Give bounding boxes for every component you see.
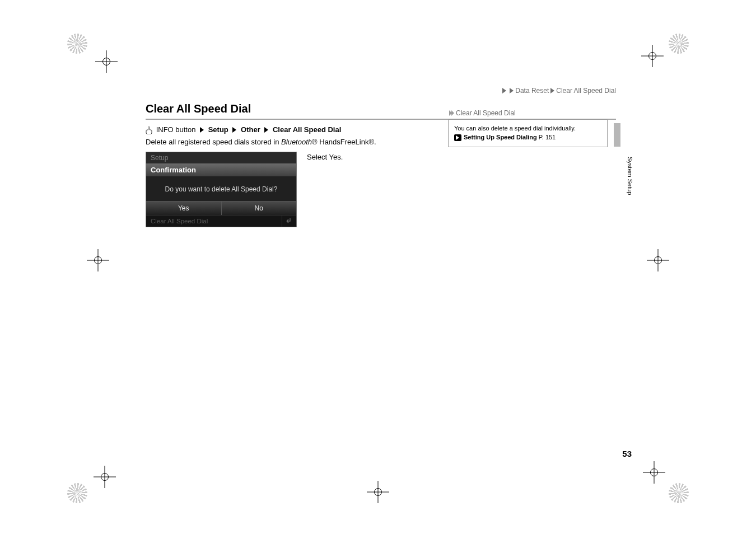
note-ref: Setting Up Speed Dialing P. 151 — [454, 133, 601, 142]
page-content: Data ResetClear All Speed Dial Clear All… — [146, 87, 616, 227]
triangle-icon — [510, 88, 514, 93]
path-button: INFO button — [156, 125, 196, 134]
reg-mark — [669, 34, 689, 54]
breadcrumb-seg1: Data Reset — [515, 87, 549, 95]
reg-mark — [67, 34, 87, 54]
breadcrumb-seg2: Clear All Speed Dial — [556, 87, 616, 95]
note-header-text: Clear All Speed Dial — [456, 109, 516, 117]
hand-icon — [146, 127, 152, 134]
screenshot-titlebar: Setup — [146, 152, 296, 163]
reg-mark — [641, 45, 664, 67]
screenshot-no-button: No — [222, 202, 297, 215]
vertical-section-label: System Setup — [627, 157, 633, 195]
note-line1: You can also delete a speed dial individ… — [454, 124, 601, 133]
reg-mark — [647, 249, 669, 271]
page-number: 53 — [622, 449, 632, 458]
device-screenshot: Setup Confirmation Do you want to delete… — [146, 152, 297, 227]
return-icon — [282, 216, 296, 227]
note-ref-page: P. 151 — [537, 134, 556, 140]
desc-reg1: ® — [312, 138, 318, 146]
step-prefix: Select — [307, 153, 329, 161]
screenshot-yes-button: Yes — [146, 202, 222, 215]
triangle-icon — [502, 88, 506, 93]
reg-mark — [67, 483, 87, 503]
reference-arrow-icon — [454, 134, 461, 141]
desc-bluetooth: Bluetooth — [281, 138, 312, 146]
reg-mark — [669, 483, 689, 503]
screenshot-question: Do you want to delete All Speed Dial? — [146, 176, 296, 201]
margin-tab — [614, 123, 620, 147]
desc-reg2: ® — [368, 138, 374, 146]
reg-mark — [87, 249, 109, 271]
path-step2: Other — [241, 125, 260, 134]
step-value: Yes — [329, 153, 341, 161]
reg-mark — [367, 481, 389, 503]
note-body: You can also delete a speed dial individ… — [448, 120, 608, 147]
screenshot-confirm-header: Confirmation — [146, 163, 296, 176]
triangle-icon — [200, 127, 204, 133]
desc-prefix: Delete all registered speed dials stored… — [146, 138, 281, 146]
screenshot-button-row: Yes No — [146, 201, 296, 215]
sidebar-note: Clear All Speed Dial You can also delete… — [448, 109, 608, 147]
screenshot-row: Setup Confirmation Do you want to delete… — [146, 152, 616, 227]
reg-mark — [643, 461, 665, 484]
step-instruction: Select Yes. — [307, 152, 343, 227]
triangle-icon — [264, 127, 268, 133]
note-ref-label: Setting Up Speed Dialing — [464, 134, 537, 140]
screenshot-footer: Clear All Speed Dial — [146, 215, 296, 227]
triangle-icon — [232, 127, 236, 133]
path-step1: Setup — [208, 125, 228, 134]
breadcrumb: Data ResetClear All Speed Dial — [146, 87, 616, 95]
desc-mid: HandsFreeLink — [318, 138, 369, 146]
note-header: Clear All Speed Dial — [448, 109, 608, 120]
reg-mark — [95, 50, 118, 73]
path-step3: Clear All Speed Dial — [273, 125, 341, 134]
step-suffix: . — [341, 153, 343, 161]
double-chevron-icon — [449, 110, 454, 116]
desc-suffix: . — [374, 138, 376, 146]
triangle-icon — [550, 88, 554, 93]
screenshot-footer-text: Clear All Speed Dial — [146, 216, 282, 227]
reg-mark — [94, 466, 116, 488]
